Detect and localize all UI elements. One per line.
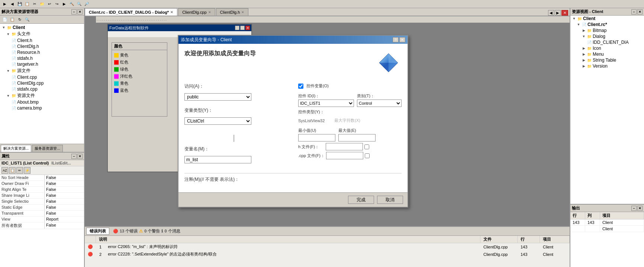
min-btn[interactable]: _: [235, 26, 239, 30]
min-val-input[interactable]: [298, 134, 335, 141]
cpp-file-checkbox[interactable]: [365, 153, 370, 158]
properties-header: 属性 − ✕: [0, 153, 84, 160]
error-col-desc: 说明: [96, 236, 480, 243]
right-tree-menu[interactable]: ▶ 📁 Menu: [570, 51, 644, 57]
max-btn[interactable]: □: [240, 26, 245, 30]
left-tb-3[interactable]: ↻: [16, 16, 23, 23]
tree-file-stdafx-h[interactable]: 📄 stdafx.h: [0, 55, 84, 61]
error-header: 说明 文件 行 项目: [85, 236, 570, 243]
main-toolbar: ▶ ◀ 💾 📋 ✂ 📁 ↩ ↪ ▶ 🔨 🔍 🔎: [0, 0, 644, 8]
tree-label-10: camera.bmp: [17, 105, 42, 111]
error-col-num: [85, 236, 96, 243]
tab-server-resources[interactable]: 服务器资源管...: [32, 145, 62, 152]
prop-row-2: Owner Draw Fi False: [0, 181, 84, 187]
bottom-tabs-row: 解决方案资源... 服务器资源管...: [0, 144, 84, 152]
tree-file-client-cpp[interactable]: 📄 Client.cpp: [0, 74, 84, 80]
wizard-close-btn[interactable]: ✕: [399, 37, 405, 42]
tree-file-stdafx-cpp[interactable]: 📄 stdafx.cpp: [0, 86, 84, 92]
prop-btn-1[interactable]: AZ: [1, 167, 8, 174]
toolbar-btn-9[interactable]: ▶: [61, 1, 68, 7]
right-pin-btn[interactable]: −: [631, 9, 637, 14]
toolbar-btn-11[interactable]: 🔍: [76, 1, 83, 7]
comment-row: 注释(M)(// 不需要 表示法)：: [184, 176, 402, 183]
error-tab-list[interactable]: 错误列表: [86, 228, 109, 235]
tab-close-2[interactable]: ✕: [208, 10, 211, 14]
toolbar-btn-6[interactable]: 📁: [39, 1, 45, 7]
right-tree-dialog[interactable]: ▼ 📁 Dialog: [570, 33, 644, 39]
left-tb-4[interactable]: 🔍: [24, 16, 30, 23]
br-line-2: [570, 226, 585, 232]
tree-file-client-h[interactable]: 📄 Client.h: [0, 38, 84, 43]
toolbar-btn-3[interactable]: 💾: [16, 1, 23, 7]
right-tree-root[interactable]: ▼ 📁 Client: [570, 16, 644, 22]
tree-folder-resource[interactable]: ▼ 📁 资源文件: [0, 92, 84, 99]
prop-pin-btn[interactable]: −: [71, 154, 77, 159]
tab-solution-explorer[interactable]: 解决方案资源...: [1, 145, 31, 152]
toolbar-btn-12[interactable]: 🔎: [83, 1, 90, 7]
toolbar-btn-2[interactable]: ◀: [9, 1, 16, 7]
cpp-file-input[interactable]: [326, 152, 363, 159]
tree-folder-headers[interactable]: ▼ 📁 头文件: [0, 30, 84, 38]
tree-file-targetver-h[interactable]: 📄 targetver.h: [0, 61, 84, 67]
wizard-titlebar: 添加成员变量向导 - Client ? ✕: [178, 36, 408, 44]
h-file-checkbox[interactable]: [364, 144, 369, 149]
tree-file-camera-bmp[interactable]: 📄 camera.bmp: [0, 105, 84, 111]
right-tree-bitmap[interactable]: ▶ 📁 Bitmap: [570, 27, 644, 33]
control-type-label: 控件类型(Y)：: [298, 109, 324, 115]
right-tree-idd[interactable]: 📄 IDD_CLIENT_DIA: [570, 39, 644, 45]
control-var-checkbox[interactable]: [298, 84, 303, 89]
tab-close-3[interactable]: ✕: [241, 10, 244, 14]
max-col: 最大值(E): [338, 128, 376, 141]
var-type-select[interactable]: CListCtrl: [184, 117, 251, 125]
expand-icon-2: ▼: [6, 32, 10, 36]
tab-clientdlg-h[interactable]: ClientDlg.h ✕: [216, 8, 249, 16]
close-btn[interactable]: ✕: [245, 26, 250, 30]
tab-close-1[interactable]: ✕: [170, 10, 173, 14]
category-select[interactable]: Control: [357, 100, 402, 107]
finish-btn[interactable]: 完成: [348, 196, 374, 204]
toolbar-btn-1[interactable]: ▶: [1, 1, 8, 7]
close-button[interactable]: ✕: [77, 9, 83, 14]
root-folder-icon: 📁: [7, 25, 12, 30]
access-select[interactable]: public: [184, 93, 251, 101]
bottom-right-pin[interactable]: −: [631, 206, 637, 211]
control-id-select[interactable]: IDC_LIST1: [298, 100, 354, 107]
toolbar-btn-7[interactable]: ↩: [46, 1, 53, 7]
tab-scroll-right[interactable]: ▶: [555, 10, 561, 16]
bottom-right-close[interactable]: ✕: [637, 206, 643, 211]
tree-root[interactable]: ▼ 📁 Client: [0, 25, 84, 30]
var-type-select-row: CListCtrl: [184, 117, 283, 125]
left-tb-1[interactable]: 📄: [1, 16, 8, 23]
right-root-label: Client: [583, 16, 595, 21]
wizard-help-btn[interactable]: ?: [393, 37, 399, 42]
tab-rc-dialog[interactable]: Client.rc - IDD_CLIENT_DIALOG - Dialog* …: [85, 8, 177, 16]
tree-folder-source[interactable]: ▼ 📁 源文件: [0, 67, 84, 74]
panel-header-controls: − ✕: [71, 9, 83, 14]
tab-scroll-left[interactable]: ◀: [548, 10, 554, 16]
prop-btn-4[interactable]: ⚡: [24, 167, 30, 174]
tree-file-clientdlg-h[interactable]: 📄 ClientDlg.h: [0, 43, 84, 49]
tree-file-resource-h[interactable]: 📄 Resource.h: [0, 49, 84, 55]
tree-file-clientdlg-cpp[interactable]: 📄 ClientDlg.cpp: [0, 80, 84, 86]
close-window-btn[interactable]: ✕: [561, 10, 568, 16]
h-file-input[interactable]: [326, 143, 363, 150]
toolbar-btn-4[interactable]: 📋: [24, 1, 30, 7]
prop-close-btn[interactable]: ✕: [77, 154, 83, 159]
toolbar-btn-10[interactable]: 🔨: [68, 1, 75, 7]
pin-button[interactable]: −: [71, 9, 77, 14]
right-tree-icon[interactable]: ▶ 📁 Icon: [570, 45, 644, 51]
left-tb-2[interactable]: 📋: [9, 16, 16, 23]
tab-clientdlg-cpp[interactable]: ClientDlg.cpp ✕: [178, 8, 215, 16]
max-val-input[interactable]: [338, 134, 376, 141]
toolbar-btn-5[interactable]: ✂: [31, 1, 38, 7]
right-tree-rcfile[interactable]: ▼ 📄 Client.rc*: [570, 22, 644, 27]
toolbar-btn-8[interactable]: ↪: [54, 1, 60, 7]
right-tree-stringtable[interactable]: ▶ 📁 String Table: [570, 57, 644, 63]
prop-btn-3[interactable]: ✏: [16, 167, 23, 174]
right-close-btn[interactable]: ✕: [637, 9, 643, 14]
cancel-btn[interactable]: 取消: [377, 196, 403, 204]
prop-btn-2[interactable]: 📋: [9, 167, 16, 174]
tree-file-about-bmp[interactable]: 📄 About.bmp: [0, 99, 84, 105]
right-tree-version[interactable]: ▶ 📁 Version: [570, 63, 644, 69]
var-name-input[interactable]: [184, 156, 251, 163]
